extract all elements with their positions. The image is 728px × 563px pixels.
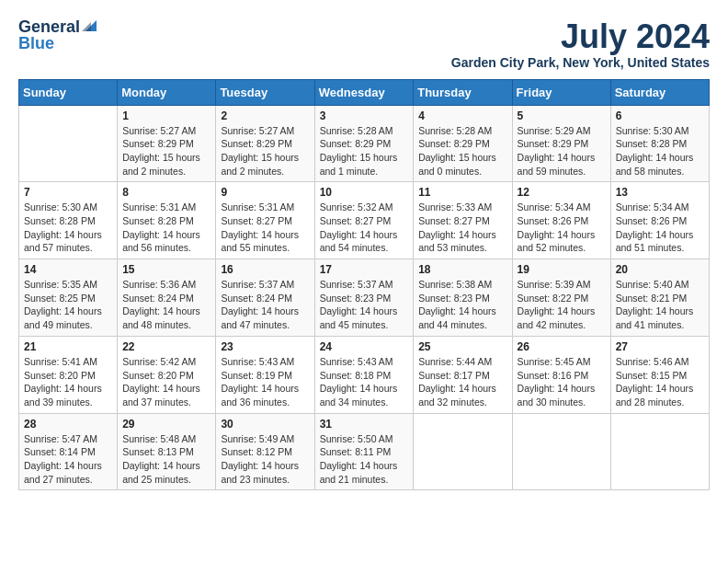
col-sunday: Sunday [19, 79, 118, 105]
calendar-cell: 1Sunrise: 5:27 AMSunset: 8:29 PMDaylight… [118, 105, 216, 182]
day-number: 14 [24, 263, 112, 276]
day-info: Sunrise: 5:50 AMSunset: 8:11 PMDaylight:… [320, 432, 409, 487]
calendar-cell: 28Sunrise: 5:47 AMSunset: 8:14 PMDayligh… [19, 413, 118, 490]
day-number: 4 [418, 109, 506, 122]
day-info: Sunrise: 5:31 AMSunset: 8:28 PMDaylight:… [122, 201, 210, 255]
day-info: Sunrise: 5:29 AMSunset: 8:29 PMDaylight:… [518, 124, 606, 178]
day-number: 15 [122, 263, 210, 276]
calendar-cell: 15Sunrise: 5:36 AMSunset: 8:24 PMDayligh… [118, 259, 216, 337]
day-info: Sunrise: 5:31 AMSunset: 8:27 PMDaylight:… [221, 201, 309, 255]
calendar-cell [19, 105, 118, 182]
calendar-cell: 29Sunrise: 5:48 AMSunset: 8:13 PMDayligh… [118, 413, 216, 490]
calendar-cell [512, 413, 610, 490]
day-info: Sunrise: 5:45 AMSunset: 8:16 PMDaylight:… [518, 355, 606, 409]
calendar-week-row: 1Sunrise: 5:27 AMSunset: 8:29 PMDaylight… [19, 105, 710, 182]
day-number: 16 [221, 263, 309, 276]
day-number: 27 [616, 340, 704, 353]
col-thursday: Thursday [414, 79, 512, 105]
calendar-cell: 8Sunrise: 5:31 AMSunset: 8:28 PMDaylight… [118, 182, 216, 259]
calendar-week-row: 7Sunrise: 5:30 AMSunset: 8:28 PMDaylight… [19, 182, 710, 259]
day-number: 11 [418, 186, 506, 199]
day-info: Sunrise: 5:48 AMSunset: 8:13 PMDaylight:… [122, 432, 210, 487]
calendar-cell: 27Sunrise: 5:46 AMSunset: 8:15 PMDayligh… [610, 336, 709, 413]
calendar-cell [414, 413, 512, 490]
calendar-cell: 14Sunrise: 5:35 AMSunset: 8:25 PMDayligh… [19, 259, 118, 337]
day-number: 19 [518, 263, 606, 276]
day-number: 22 [122, 340, 210, 353]
day-info: Sunrise: 5:34 AMSunset: 8:26 PMDaylight:… [616, 201, 704, 255]
calendar-cell: 20Sunrise: 5:40 AMSunset: 8:21 PMDayligh… [610, 259, 709, 337]
col-tuesday: Tuesday [216, 79, 314, 105]
day-info: Sunrise: 5:30 AMSunset: 8:28 PMDaylight:… [616, 124, 704, 178]
calendar-cell: 23Sunrise: 5:43 AMSunset: 8:19 PMDayligh… [216, 336, 314, 413]
day-info: Sunrise: 5:35 AMSunset: 8:25 PMDaylight:… [24, 278, 112, 332]
day-info: Sunrise: 5:43 AMSunset: 8:18 PMDaylight:… [320, 355, 409, 409]
day-number: 24 [320, 340, 409, 353]
day-info: Sunrise: 5:32 AMSunset: 8:27 PMDaylight:… [320, 201, 409, 255]
day-info: Sunrise: 5:37 AMSunset: 8:23 PMDaylight:… [320, 278, 409, 332]
day-number: 30 [221, 418, 309, 431]
calendar-cell: 22Sunrise: 5:42 AMSunset: 8:20 PMDayligh… [118, 336, 216, 413]
calendar-week-row: 28Sunrise: 5:47 AMSunset: 8:14 PMDayligh… [19, 413, 710, 490]
day-info: Sunrise: 5:27 AMSunset: 8:29 PMDaylight:… [122, 124, 210, 178]
day-number: 13 [616, 186, 704, 199]
day-info: Sunrise: 5:37 AMSunset: 8:24 PMDaylight:… [221, 278, 309, 332]
calendar-cell: 16Sunrise: 5:37 AMSunset: 8:24 PMDayligh… [216, 259, 314, 337]
col-saturday: Saturday [610, 79, 709, 105]
day-info: Sunrise: 5:42 AMSunset: 8:20 PMDaylight:… [122, 355, 210, 409]
day-number: 12 [518, 186, 606, 199]
day-info: Sunrise: 5:47 AMSunset: 8:14 PMDaylight:… [24, 432, 112, 487]
day-number: 5 [518, 109, 606, 122]
day-info: Sunrise: 5:27 AMSunset: 8:29 PMDaylight:… [221, 124, 309, 178]
day-number: 18 [418, 263, 506, 276]
day-number: 26 [518, 340, 606, 353]
day-number: 23 [221, 340, 309, 353]
day-number: 31 [320, 418, 409, 431]
page-header: General Blue July 2024 Garden City Park,… [18, 18, 710, 70]
calendar-cell: 18Sunrise: 5:38 AMSunset: 8:23 PMDayligh… [414, 259, 512, 337]
calendar-week-row: 21Sunrise: 5:41 AMSunset: 8:20 PMDayligh… [19, 336, 710, 413]
calendar-cell: 13Sunrise: 5:34 AMSunset: 8:26 PMDayligh… [610, 182, 709, 259]
calendar-cell: 2Sunrise: 5:27 AMSunset: 8:29 PMDaylight… [216, 105, 314, 182]
day-info: Sunrise: 5:39 AMSunset: 8:22 PMDaylight:… [518, 278, 606, 332]
calendar-body: 1Sunrise: 5:27 AMSunset: 8:29 PMDaylight… [19, 105, 710, 490]
calendar-table: Sunday Monday Tuesday Wednesday Thursday… [18, 79, 710, 491]
logo-general-text: General [18, 18, 80, 35]
day-number: 10 [320, 186, 409, 199]
day-number: 9 [221, 186, 309, 199]
day-info: Sunrise: 5:40 AMSunset: 8:21 PMDaylight:… [616, 278, 704, 332]
day-number: 7 [24, 186, 112, 199]
calendar-cell: 11Sunrise: 5:33 AMSunset: 8:27 PMDayligh… [414, 182, 512, 259]
calendar-cell: 24Sunrise: 5:43 AMSunset: 8:18 PMDayligh… [314, 336, 414, 413]
day-info: Sunrise: 5:38 AMSunset: 8:23 PMDaylight:… [418, 278, 506, 332]
day-number: 2 [221, 109, 309, 122]
day-number: 8 [122, 186, 210, 199]
day-info: Sunrise: 5:28 AMSunset: 8:29 PMDaylight:… [418, 124, 506, 178]
logo-blue-text: Blue [18, 35, 54, 52]
day-info: Sunrise: 5:46 AMSunset: 8:15 PMDaylight:… [616, 355, 704, 409]
location: Garden City Park, New York, United State… [451, 55, 710, 70]
calendar-cell: 4Sunrise: 5:28 AMSunset: 8:29 PMDaylight… [414, 105, 512, 182]
col-monday: Monday [118, 79, 216, 105]
calendar-cell: 21Sunrise: 5:41 AMSunset: 8:20 PMDayligh… [19, 336, 118, 413]
day-number: 3 [320, 109, 409, 122]
title-block: July 2024 Garden City Park, New York, Un… [451, 18, 710, 70]
day-number: 20 [616, 263, 704, 276]
logo-icon [82, 18, 97, 33]
calendar-cell: 10Sunrise: 5:32 AMSunset: 8:27 PMDayligh… [314, 182, 414, 259]
day-number: 25 [418, 340, 506, 353]
calendar-cell: 12Sunrise: 5:34 AMSunset: 8:26 PMDayligh… [512, 182, 610, 259]
calendar-cell: 30Sunrise: 5:49 AMSunset: 8:12 PMDayligh… [216, 413, 314, 490]
calendar-header: Sunday Monday Tuesday Wednesday Thursday… [19, 79, 710, 105]
day-info: Sunrise: 5:49 AMSunset: 8:12 PMDaylight:… [221, 432, 309, 487]
day-number: 6 [616, 109, 704, 122]
day-info: Sunrise: 5:44 AMSunset: 8:17 PMDaylight:… [418, 355, 506, 409]
calendar-cell: 5Sunrise: 5:29 AMSunset: 8:29 PMDaylight… [512, 105, 610, 182]
header-row: Sunday Monday Tuesday Wednesday Thursday… [19, 79, 710, 105]
day-number: 28 [24, 418, 112, 431]
logo: General Blue [18, 18, 97, 52]
day-number: 17 [320, 263, 409, 276]
day-info: Sunrise: 5:33 AMSunset: 8:27 PMDaylight:… [418, 201, 506, 255]
svg-marker-1 [82, 22, 91, 31]
col-wednesday: Wednesday [314, 79, 414, 105]
